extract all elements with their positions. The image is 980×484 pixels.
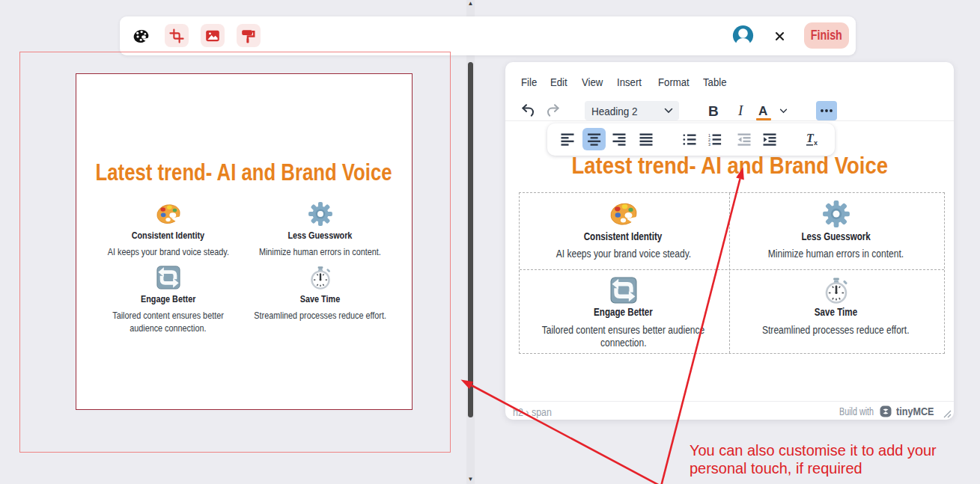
svg-text:x: x — [814, 139, 818, 147]
svg-text:3: 3 — [708, 141, 710, 146]
